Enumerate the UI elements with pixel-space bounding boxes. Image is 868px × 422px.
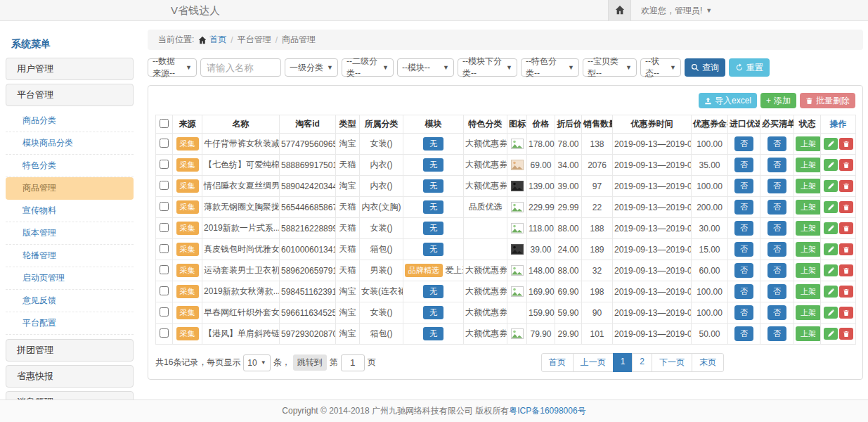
page-button[interactable]: 末页 (692, 353, 724, 372)
sidebar-subitem[interactable]: 商品管理 (6, 177, 134, 200)
page-button[interactable]: 上一页 (573, 353, 614, 372)
sidebar-subitem[interactable]: 版本管理 (6, 222, 134, 245)
user-menu[interactable]: 欢迎您，管理员! ▼ (641, 5, 712, 17)
import-select-toggle[interactable]: 否 (734, 179, 753, 193)
status-button[interactable]: 上架 (796, 179, 821, 193)
must-buy-toggle[interactable]: 否 (767, 284, 786, 299)
per-page-select[interactable]: 10 ▼ (243, 354, 270, 371)
must-buy-toggle[interactable]: 否 (767, 179, 786, 193)
page-button[interactable]: 下一页 (652, 353, 692, 372)
breadcrumb-home-link[interactable]: 首页 (198, 34, 226, 46)
page-number-input[interactable] (341, 354, 365, 371)
edit-button[interactable] (824, 201, 838, 213)
module-none-badge[interactable]: 无 (423, 327, 443, 340)
delete-button[interactable] (839, 243, 853, 255)
filter-select[interactable]: --状态--▼ (640, 58, 681, 77)
row-checkbox[interactable] (160, 265, 169, 274)
filter-select[interactable]: --特色分类--▼ (521, 58, 579, 77)
delete-button[interactable] (839, 328, 853, 340)
import-select-toggle[interactable]: 否 (734, 136, 753, 151)
status-button[interactable]: 上架 (796, 242, 821, 257)
page-button[interactable]: 首页 (541, 353, 574, 372)
must-buy-toggle[interactable]: 否 (767, 221, 786, 236)
status-button[interactable]: 上架 (796, 221, 821, 236)
batch-delete-button[interactable]: 批量删除 (800, 93, 855, 108)
sidebar-item-group[interactable]: 平台管理 (6, 84, 134, 106)
sidebar-item-group[interactable]: 用户管理 (6, 58, 134, 80)
status-button[interactable]: 上架 (796, 263, 821, 278)
sidebar-subitem[interactable]: 商品分类 (6, 110, 134, 132)
breadcrumb-item[interactable]: 平台管理 (238, 34, 271, 46)
import-select-toggle[interactable]: 否 (734, 200, 753, 215)
import-select-toggle[interactable]: 否 (734, 284, 753, 299)
row-checkbox[interactable] (160, 244, 169, 253)
module-none-badge[interactable]: 无 (423, 200, 443, 214)
row-checkbox[interactable] (160, 202, 169, 211)
row-checkbox[interactable] (160, 181, 169, 190)
edit-button[interactable] (824, 222, 838, 234)
edit-button[interactable] (824, 180, 838, 192)
module-none-badge[interactable]: 无 (423, 306, 443, 319)
row-checkbox[interactable] (160, 307, 169, 316)
must-buy-toggle[interactable]: 否 (767, 158, 786, 172)
module-none-badge[interactable]: 无 (423, 243, 443, 256)
edit-button[interactable] (824, 307, 838, 319)
delete-button[interactable] (839, 180, 853, 192)
filter-select[interactable]: --二级分类--▼ (342, 58, 394, 77)
sidebar-subitem[interactable]: 平台配置 (6, 312, 134, 335)
edit-button[interactable] (824, 159, 838, 171)
name-search-input[interactable] (200, 58, 281, 77)
sidebar-subitem[interactable]: 启动页管理 (6, 267, 134, 290)
delete-button[interactable] (839, 138, 853, 150)
delete-button[interactable] (839, 159, 853, 171)
must-buy-toggle[interactable]: 否 (767, 136, 786, 151)
sidebar-item-group[interactable]: 省惠快报 (6, 365, 134, 388)
sidebar-item-group[interactable]: 拼团管理 (6, 339, 134, 362)
icp-link[interactable]: 粤ICP备16098006号 (509, 405, 585, 417)
import-select-toggle[interactable]: 否 (734, 221, 753, 236)
add-button[interactable]: + 添加 (760, 93, 796, 108)
module-none-badge[interactable]: 无 (423, 137, 443, 151)
module-none-badge[interactable]: 无 (423, 285, 443, 298)
import-select-toggle[interactable]: 否 (734, 158, 753, 172)
import-select-toggle[interactable]: 否 (734, 263, 753, 278)
status-button[interactable]: 上架 (796, 158, 821, 172)
row-checkbox[interactable] (160, 139, 169, 148)
sidebar-subitem[interactable]: 宣传物料 (6, 200, 134, 222)
status-button[interactable]: 上架 (796, 136, 821, 151)
delete-button[interactable] (839, 264, 853, 276)
query-button[interactable]: 查询 (685, 58, 725, 77)
filter-select[interactable]: --模块下分类--▼ (458, 58, 517, 77)
row-checkbox[interactable] (160, 328, 169, 338)
edit-button[interactable] (824, 328, 838, 340)
module-none-badge[interactable]: 无 (423, 222, 443, 235)
module-badge[interactable]: 品牌精选 (405, 264, 443, 277)
filter-select[interactable]: --宝贝类型--▼ (583, 58, 637, 77)
must-buy-toggle[interactable]: 否 (767, 242, 786, 257)
jump-button[interactable]: 跳转到 (293, 354, 327, 371)
import-select-toggle[interactable]: 否 (734, 305, 753, 320)
delete-button[interactable] (839, 307, 853, 319)
reset-button[interactable]: 重置 (729, 58, 770, 77)
sidebar-subitem[interactable]: 轮播管理 (6, 245, 134, 267)
row-checkbox[interactable] (160, 286, 169, 295)
sidebar-subitem[interactable]: 意见反馈 (6, 290, 134, 312)
import-excel-button[interactable]: 导入excel (699, 93, 757, 108)
edit-button[interactable] (824, 138, 838, 150)
delete-button[interactable] (839, 201, 853, 213)
must-buy-toggle[interactable]: 否 (767, 263, 786, 278)
status-button[interactable]: 上架 (796, 284, 821, 299)
sidebar-subitem[interactable]: 模块商品分类 (6, 132, 134, 155)
select-all-checkbox[interactable] (160, 119, 169, 128)
must-buy-toggle[interactable]: 否 (767, 326, 786, 341)
row-checkbox[interactable] (160, 223, 169, 232)
module-none-badge[interactable]: 无 (423, 158, 443, 172)
home-button[interactable] (608, 0, 631, 21)
row-checkbox[interactable] (160, 160, 169, 169)
must-buy-toggle[interactable]: 否 (767, 305, 786, 320)
import-select-toggle[interactable]: 否 (734, 242, 753, 257)
filter-select[interactable]: --模块--▼ (397, 58, 454, 77)
filter-select[interactable]: 一级分类▼ (285, 58, 338, 77)
sidebar-subitem[interactable]: 特色分类 (6, 155, 134, 177)
page-button[interactable]: 1 (613, 353, 633, 372)
